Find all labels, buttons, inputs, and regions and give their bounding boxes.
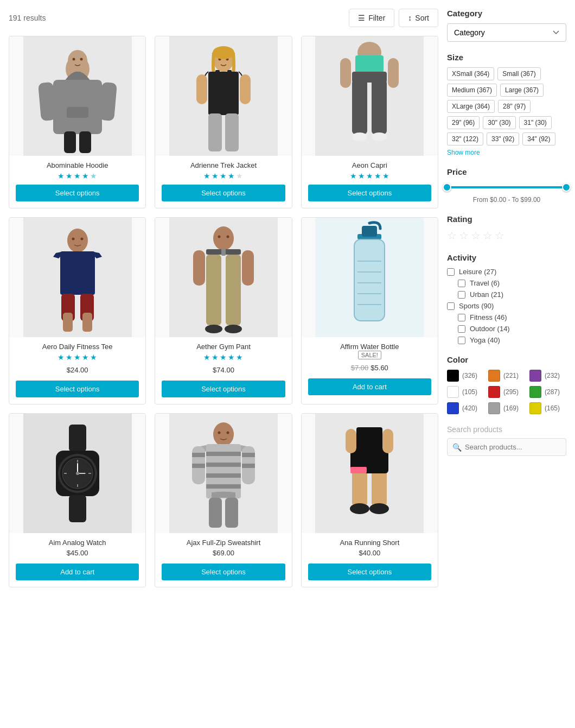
rating-star-2[interactable]: ☆: [459, 229, 469, 242]
svg-rect-47: [221, 248, 226, 256]
color-item-black[interactable]: (326): [447, 370, 484, 382]
size-tag-xsmall[interactable]: XSmall (364): [447, 67, 494, 80]
color-item-yellow[interactable]: (165): [529, 402, 566, 414]
activity-checkbox-sports[interactable]: [447, 302, 455, 310]
activity-checkbox-outdoor[interactable]: [458, 325, 465, 333]
select-options-button-adrienne-trek-jacket[interactable]: Select options: [162, 185, 285, 201]
svg-point-75: [76, 472, 79, 475]
star-2: ★: [66, 172, 73, 180]
activity-checkbox-yoga[interactable]: [458, 337, 465, 344]
rating-star-1[interactable]: ☆: [447, 229, 457, 242]
add-to-cart-button-aim-analog-watch[interactable]: Add to cart: [16, 564, 139, 580]
filter-icon: ☰: [358, 14, 365, 22]
svg-rect-22: [225, 113, 239, 151]
color-swatch-orange: [488, 370, 500, 382]
product-card-ajax-full-zip-sweatshirt: Ajax Full-Zip Sweatshirt$69.00Select opt…: [155, 413, 292, 587]
category-dropdown[interactable]: CategoryAccessoriesClothingFootwear: [447, 23, 566, 42]
svg-rect-53: [242, 250, 254, 286]
size-tag-31[interactable]: 31" (30): [519, 116, 552, 129]
activity-item-urban[interactable]: Urban (21): [447, 290, 566, 299]
color-swatch-green: [529, 386, 541, 398]
activity-item-yoga[interactable]: Yoga (40): [447, 336, 566, 344]
size-tag-medium[interactable]: Medium (367): [447, 84, 497, 97]
select-options-button-aether-gym-pant[interactable]: Select options: [162, 381, 285, 397]
size-tag-30[interactable]: 30" (30): [483, 116, 515, 129]
size-tag-large[interactable]: Large (367): [500, 84, 544, 97]
svg-rect-90: [242, 453, 255, 457]
select-options-button-ajax-full-zip-sweatshirt[interactable]: Select options: [162, 564, 285, 580]
color-item-purple[interactable]: (232): [529, 370, 566, 382]
select-options-button-abominable-hoodie[interactable]: Select options: [16, 185, 139, 201]
product-image-abominable-hoodie: [9, 36, 145, 156]
show-more-link[interactable]: Show more: [447, 149, 480, 156]
price-slider[interactable]: [447, 182, 566, 193]
main-content: 191 results ☰ Filter ↕ Sort: [9, 9, 447, 587]
product-rating-aeon-capri: ★★★★★: [350, 172, 389, 180]
activity-checkbox-leisure[interactable]: [447, 268, 455, 276]
color-swatch-red: [488, 386, 500, 398]
color-swatch-purple: [529, 370, 541, 382]
color-item-green[interactable]: (287): [529, 386, 566, 398]
price-handle-max[interactable]: [562, 183, 571, 192]
star-3: ★: [220, 353, 227, 362]
filter-button[interactable]: ☰ Filter: [349, 9, 394, 27]
color-grid: (326)(221)(232)(105)(295)(287)(420)(169)…: [447, 370, 566, 414]
color-item-gray[interactable]: (169): [488, 402, 525, 414]
rating-stars-filter[interactable]: ☆ ☆ ☆ ☆ ☆: [447, 229, 566, 242]
sort-icon: ↕: [408, 14, 412, 22]
size-tag-small[interactable]: Small (367): [497, 67, 540, 80]
activity-item-sports[interactable]: Sports (90): [447, 302, 566, 310]
svg-rect-5: [67, 107, 88, 118]
rating-star-3[interactable]: ☆: [471, 229, 481, 242]
search-icon: 🔍: [452, 443, 462, 452]
activity-item-outdoor[interactable]: Outdoor (14): [447, 325, 566, 333]
color-item-red[interactable]: (295): [488, 386, 525, 398]
search-input[interactable]: [447, 438, 566, 456]
size-tag-xlarge[interactable]: XLarge (364): [447, 100, 495, 113]
product-image-ajax-full-zip-sweatshirt: [155, 414, 291, 533]
product-name-aether-gym-pant: Aether Gym Pant: [192, 343, 255, 351]
activity-checkbox-travel[interactable]: [458, 280, 465, 287]
svg-point-100: [369, 503, 389, 514]
select-options-button-aero-daily-fitness-tee[interactable]: Select options: [16, 381, 139, 397]
svg-rect-102: [346, 429, 356, 453]
rating-title: Rating: [447, 214, 566, 224]
activity-item-leisure[interactable]: Leisure (27): [447, 268, 566, 276]
activity-item-travel[interactable]: Travel (6): [447, 279, 566, 287]
price-handle-min[interactable]: [443, 183, 451, 192]
sidebar-section-rating: Rating ☆ ☆ ☆ ☆ ☆: [447, 214, 566, 242]
price-title: Price: [447, 167, 566, 176]
size-tag-33[interactable]: 33" (92): [487, 132, 519, 145]
svg-rect-57: [354, 239, 385, 321]
color-item-white[interactable]: (105): [447, 386, 484, 398]
svg-rect-10: [79, 131, 91, 153]
size-tag-29[interactable]: 29" (96): [447, 116, 480, 129]
sidebar-section-size: Size XSmall (364)Small (367)Medium (367)…: [447, 53, 566, 156]
rating-star-4[interactable]: ☆: [483, 229, 493, 242]
activity-checkbox-fitness[interactable]: [458, 314, 465, 321]
activity-item-fitness[interactable]: Fitness (46): [447, 313, 566, 321]
size-tag-32[interactable]: 32" (122): [447, 132, 483, 145]
color-count-green: (287): [545, 388, 560, 396]
select-options-button-aeon-capri[interactable]: Select options: [308, 185, 431, 201]
star-2: ★: [212, 353, 219, 362]
results-count: 191 results: [9, 14, 46, 22]
color-item-blue[interactable]: (420): [447, 402, 484, 414]
product-image-aim-analog-watch: [9, 414, 145, 533]
product-price-aether-gym-pant: $74.00: [213, 366, 234, 374]
add-to-cart-button-affirm-water-bottle[interactable]: Add to cart: [308, 378, 431, 395]
activity-checkbox-urban[interactable]: [458, 291, 465, 299]
select-options-button-ana-running-short[interactable]: Select options: [308, 564, 431, 580]
color-item-orange[interactable]: (221): [488, 370, 525, 382]
sort-button[interactable]: ↕ Sort: [399, 9, 438, 27]
svg-rect-98: [350, 467, 367, 473]
product-price-ana-running-short: $40.00: [359, 549, 380, 557]
sidebar-section-price: Price From $0.00 - To $99.00: [447, 167, 566, 204]
size-tag-34[interactable]: 34" (92): [522, 132, 555, 145]
size-tags: XSmall (364)Small (367)Medium (367)Large…: [447, 67, 566, 145]
svg-point-15: [213, 46, 234, 59]
product-card-ana-running-short: Ana Running Short$40.00Select options: [301, 413, 438, 587]
rating-star-5[interactable]: ☆: [495, 229, 504, 242]
svg-rect-18: [227, 70, 232, 81]
size-tag-28[interactable]: 28" (97): [498, 100, 531, 113]
